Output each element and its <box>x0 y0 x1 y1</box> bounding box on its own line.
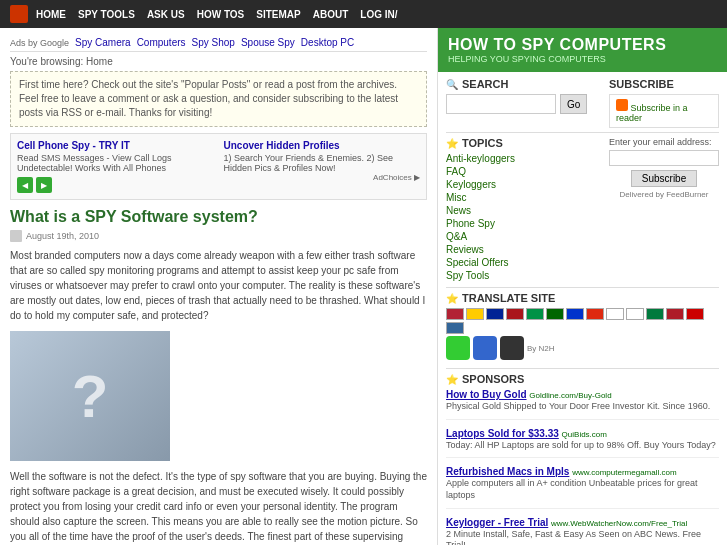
ad-unit-1-line2: Undetectable! Works With All Phones <box>17 163 214 173</box>
article-image: ? <box>10 331 170 461</box>
welcome-box: First time here? Check out the site's "P… <box>10 71 427 127</box>
nav-ask-us[interactable]: ASK US <box>147 9 185 20</box>
ad-link-computers[interactable]: Computers <box>137 37 186 48</box>
article-body-2: Well the software is not the defect. It'… <box>10 469 427 545</box>
nav-bar: HOME SPY TOOLS ASK US HOW TOS SITEMAP AB… <box>36 9 398 20</box>
article-body-1: Most branded computers now a days come a… <box>10 248 427 323</box>
topic-reviews[interactable]: Reviews <box>446 244 484 255</box>
flag-cn[interactable] <box>586 308 604 320</box>
search-subscribe-row: SEARCH Go SUBSCRIBE Subscribe in a reade… <box>446 78 719 128</box>
subscribe-col: SUBSCRIBE Subscribe in a reader <box>609 78 719 128</box>
search-input[interactable] <box>446 94 556 114</box>
flag-it[interactable] <box>526 308 544 320</box>
sponsor-1-desc: Physical Gold Shipped to Your Door Free … <box>446 401 719 413</box>
search-button[interactable]: Go <box>560 94 587 114</box>
sponsor-1-url: Goldline.com/Buy-Gold <box>529 391 611 400</box>
article-title[interactable]: What is a SPY Software system? <box>10 208 427 226</box>
flag-de[interactable] <box>466 308 484 320</box>
flag-fr[interactable] <box>486 308 504 320</box>
flag-extra2[interactable] <box>446 322 464 334</box>
ad-choices-label: AdChoices ▶ <box>224 173 421 182</box>
subscribe-button[interactable]: Subscribe <box>631 170 697 187</box>
sponsors-star-icon <box>446 373 458 385</box>
topic-faq[interactable]: FAQ <box>446 166 466 177</box>
topic-misc[interactable]: Misc <box>446 192 467 203</box>
list-item: Reviews <box>446 244 603 255</box>
nav-sitemap[interactable]: SITEMAP <box>256 9 300 20</box>
flag-nl[interactable] <box>666 308 684 320</box>
nav-about[interactable]: ABOUT <box>313 9 349 20</box>
list-item: Special Offers <box>446 257 603 268</box>
ads-block: Cell Phone Spy - TRY IT Read SMS Message… <box>10 133 427 200</box>
subscribe-form: Enter your email address: Subscribe Deli… <box>609 137 719 199</box>
ad-unit-2-line2: Hidden Pics & Profiles Now! <box>224 163 421 173</box>
article: What is a SPY Software system? August 19… <box>10 208 427 545</box>
ads-by-google-label: Ads by Google <box>10 38 69 48</box>
translate-section-title: TRANSLATE SITE <box>446 292 719 304</box>
sidebar-title: HOW TO SPY COMPUTERS <box>448 36 717 54</box>
ad-link-desktop-pc[interactable]: Desktop PC <box>301 37 354 48</box>
nav-how-tos[interactable]: HOW TOS <box>197 9 245 20</box>
translate-apps-row: By N2H <box>446 336 719 360</box>
nav-home[interactable]: HOME <box>36 9 66 20</box>
ad-unit-2: Uncover Hidden Profiles 1) Search Your F… <box>224 140 421 193</box>
list-item: FAQ <box>446 166 603 177</box>
sponsor-4-link[interactable]: Keylogger - Free Trial <box>446 517 548 528</box>
flag-es[interactable] <box>506 308 524 320</box>
sponsor-item-3: Refurbished Macs in Mpls www.computermeg… <box>446 466 719 508</box>
flag-jp[interactable] <box>606 308 624 320</box>
sponsor-2-url: QuiBids.com <box>562 430 607 439</box>
site-header: HOME SPY TOOLS ASK US HOW TOS SITEMAP AB… <box>0 0 727 28</box>
subscribe-email-input[interactable] <box>609 150 719 166</box>
sponsor-3-url: www.computermegamall.com <box>572 468 676 477</box>
sponsor-2-link[interactable]: Laptops Sold for $33.33 <box>446 428 559 439</box>
flag-kr[interactable] <box>626 308 644 320</box>
topic-qa[interactable]: Q&A <box>446 231 467 242</box>
flag-pt[interactable] <box>546 308 564 320</box>
list-item: News <box>446 205 603 216</box>
ad-unit-1-title[interactable]: Cell Phone Spy - TRY IT <box>17 140 214 151</box>
topic-anti-keyloggers[interactable]: Anti-keyloggers <box>446 153 515 164</box>
sponsor-3-desc: Apple computers all in A+ condition Unbe… <box>446 478 719 501</box>
sponsors-label: SPONSORS <box>462 373 524 385</box>
topic-special-offers[interactable]: Special Offers <box>446 257 509 268</box>
translate-app-icon-3[interactable] <box>500 336 524 360</box>
sponsor-2-desc: Today: All HP Laptops are sold for up to… <box>446 440 719 452</box>
ad-link-spy-shop[interactable]: Spy Shop <box>192 37 235 48</box>
topics-list: Anti-keyloggers FAQ Keyloggers Misc News… <box>446 153 603 281</box>
topic-keyloggers[interactable]: Keyloggers <box>446 179 496 190</box>
ad-next-btn[interactable]: ▶ <box>36 177 52 193</box>
flag-us[interactable] <box>446 308 464 320</box>
topics-label: TOPICS <box>462 137 503 149</box>
ad-link-spouse-spy[interactable]: Spouse Spy <box>241 37 295 48</box>
list-item: Anti-keyloggers <box>446 153 603 164</box>
topic-spy-tools[interactable]: Spy Tools <box>446 270 489 281</box>
sponsors-section: SPONSORS How to Buy Gold Goldline.com/Bu… <box>446 373 719 545</box>
nav-login[interactable]: LOG IN/ <box>360 9 397 20</box>
topic-news[interactable]: News <box>446 205 471 216</box>
ad-unit-1-line1: Read SMS Messages - View Call Logs <box>17 153 214 163</box>
ad-unit-2-title[interactable]: Uncover Hidden Profiles <box>224 140 421 151</box>
sponsor-3-link[interactable]: Refurbished Macs in Mpls <box>446 466 569 477</box>
flag-ru[interactable] <box>566 308 584 320</box>
search-label: SEARCH <box>462 78 508 90</box>
sponsor-1-link[interactable]: How to Buy Gold <box>446 389 527 400</box>
list-item: Phone Spy <box>446 218 603 229</box>
list-item: Spy Tools <box>446 270 603 281</box>
nav-spy-tools[interactable]: SPY TOOLS <box>78 9 135 20</box>
ad-prev-btn[interactable]: ◀ <box>17 177 33 193</box>
ad-unit-2-line1: 1) Search Your Friends & Enemies. 2) See <box>224 153 421 163</box>
flag-ar[interactable] <box>646 308 664 320</box>
sidebar-header: HOW TO SPY COMPUTERS HELPING YOU SPYING … <box>438 28 727 72</box>
translate-app-icon-1[interactable] <box>446 336 470 360</box>
subscribe-form-col: Enter your email address: Subscribe Deli… <box>609 137 719 283</box>
translate-app-icon-2[interactable] <box>473 336 497 360</box>
question-mark-icon: ? <box>72 362 109 431</box>
sidebar: HOW TO SPY COMPUTERS HELPING YOU SPYING … <box>437 28 727 545</box>
topics-section-title: TOPICS <box>446 137 603 149</box>
flag-extra1[interactable] <box>686 308 704 320</box>
ad-link-spy-camera[interactable]: Spy Camera <box>75 37 131 48</box>
topic-phone-spy[interactable]: Phone Spy <box>446 218 495 229</box>
sponsor-item-1: How to Buy Gold Goldline.com/Buy-Gold Ph… <box>446 389 719 420</box>
divider-3 <box>446 368 719 369</box>
